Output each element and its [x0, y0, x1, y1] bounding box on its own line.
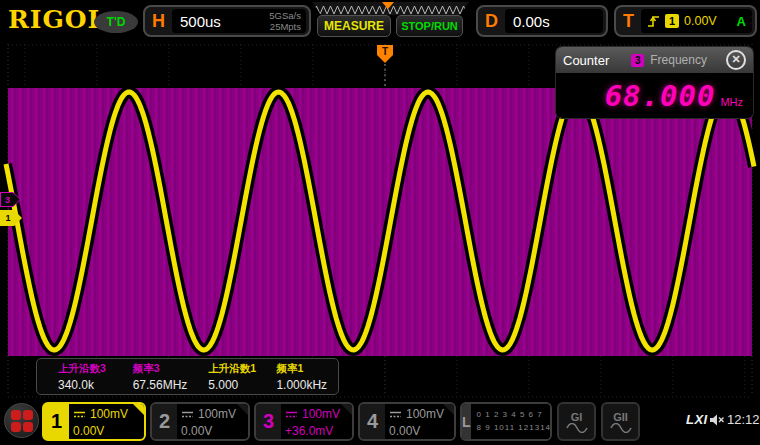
- trigger-level-value: 0.00V: [684, 14, 717, 28]
- main-menu-button[interactable]: [4, 403, 39, 438]
- measure-button[interactable]: MEASURE: [317, 15, 391, 37]
- trigger-sweep-mode: A: [737, 14, 752, 29]
- counter-value: 68.000: [605, 79, 716, 113]
- trigger-status-badge: T'D: [94, 11, 138, 33]
- dc-coupling-icon: [181, 410, 194, 419]
- dc-coupling-icon: [285, 410, 298, 419]
- generator-2-button[interactable]: GII: [601, 402, 640, 441]
- channel-1-status[interactable]: 1 100mV 0.00V: [42, 402, 146, 441]
- counter-source-badge: 3: [631, 54, 644, 67]
- corner-notch: [341, 404, 352, 415]
- oscilloscope-screen: RIGOL T'D H 500us 5GSa/s 25Mpts MEASURE …: [0, 0, 760, 445]
- trigger-position-marker[interactable]: T: [377, 45, 393, 63]
- trigger-settings-block[interactable]: T 1 0.00V A: [614, 5, 757, 37]
- channel-2-status[interactable]: 2 100mV 0.00V: [150, 402, 250, 441]
- corner-notch: [443, 404, 454, 415]
- measurement-item: 上升沿数3 340.0k: [58, 362, 133, 394]
- measurement-item: 频率3 67.56MHz: [133, 362, 209, 394]
- logic-analyzer-status[interactable]: L 0 1 2 3 4 5 6 7 8 9 1011 12131415: [460, 402, 552, 441]
- memory-depth: 25Mpts: [270, 21, 301, 32]
- corner-notch: [133, 404, 144, 415]
- speaker-muted-icon[interactable]: [709, 413, 725, 427]
- sample-rate-memdepth: 5GSa/s 25Mpts: [269, 10, 306, 32]
- sample-rate: 5GSa/s: [269, 10, 301, 21]
- clock: 12:12: [727, 412, 760, 427]
- delay-d-label: D: [478, 11, 505, 32]
- stop-run-button[interactable]: STOP/RUN: [396, 15, 463, 37]
- trigger-source-badge: 1: [665, 14, 679, 28]
- counter-title: Counter: [563, 53, 609, 68]
- counter-panel: Counter 3 Frequency ✕ 68.000 MHz: [556, 47, 753, 118]
- sine-wave-icon: [610, 423, 632, 433]
- counter-titlebar: Counter 3 Frequency ✕: [556, 47, 753, 73]
- dc-coupling-icon: [389, 410, 402, 419]
- svg-text:T: T: [382, 46, 388, 57]
- delay-settings-block[interactable]: D 0.00s: [476, 5, 608, 37]
- generator-1-button[interactable]: GI: [557, 402, 596, 441]
- horizontal-settings-block[interactable]: H 500us 5GSa/s 25Mpts: [143, 5, 311, 37]
- counter-readout: 68.000 MHz: [556, 73, 753, 118]
- rising-edge-icon: [646, 13, 661, 29]
- measurement-item: 频率1 1.000kHz: [276, 362, 338, 394]
- menu-grid-icon: [11, 410, 33, 432]
- timebase-value: 500us: [172, 13, 221, 30]
- channel-3-status[interactable]: 3 100mV +36.0mV: [254, 402, 354, 441]
- channel-4-status[interactable]: 4 100mV 0.00V: [358, 402, 456, 441]
- logic-channel-numbers: 0 1 2 3 4 5 6 7 8 9 1011 12131415: [471, 404, 552, 439]
- measurement-item: 上升沿数1 5.000: [208, 362, 276, 394]
- brand-logo: RIGOL: [8, 5, 106, 34]
- lxi-status: LXI: [686, 412, 708, 427]
- sine-wave-icon: [566, 423, 588, 433]
- counter-mode-label: Frequency: [650, 53, 707, 67]
- counter-unit: MHz: [720, 96, 743, 108]
- dc-coupling-icon: [73, 410, 86, 419]
- close-icon[interactable]: ✕: [726, 50, 746, 70]
- measurement-panel[interactable]: 上升沿数3 340.0k 频率3 67.56MHz 上升沿数1 5.000 频率…: [36, 358, 339, 395]
- ch3-offset-marker[interactable]: 3: [0, 192, 21, 207]
- memory-trigger-position-marker: [382, 2, 394, 9]
- corner-notch: [237, 404, 248, 415]
- horizontal-h-label: H: [145, 11, 172, 32]
- delay-value: 0.00s: [505, 13, 550, 30]
- trigger-t-label: T: [616, 11, 641, 32]
